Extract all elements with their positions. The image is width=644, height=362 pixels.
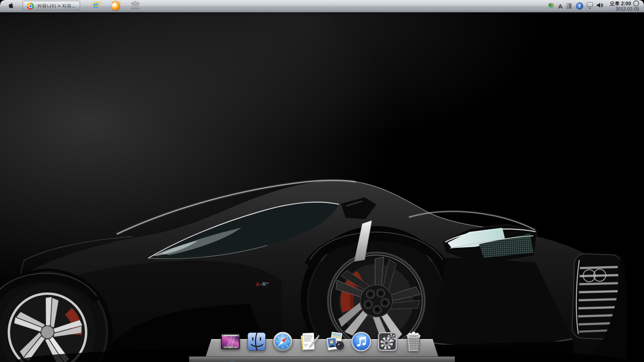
clock-date: 2012-02-03 xyxy=(615,6,639,12)
dock-shelf-base xyxy=(189,356,455,362)
taskbar-button-chrome[interactable]: 커뮤니티 > 자유... xyxy=(23,1,80,11)
chrome-icon xyxy=(27,3,34,10)
dock-item-preview[interactable] xyxy=(325,331,346,352)
dock-item-itunes[interactable] xyxy=(351,331,372,352)
volume-icon[interactable] xyxy=(597,2,604,10)
dock-item-trash[interactable] xyxy=(403,331,424,352)
desktop-screen: A-Ro 커뮤니티 > 자유... e xyxy=(0,0,644,362)
car-badge: A-Ro xyxy=(256,281,269,287)
apple-menu[interactable] xyxy=(5,0,17,12)
launcher-bank[interactable] xyxy=(130,1,140,11)
internet-explorer-icon: e xyxy=(91,0,101,12)
bank-icon xyxy=(130,1,140,11)
screen-corner-left xyxy=(0,0,4,4)
tray-clock[interactable]: 오후 2:00 2012-02-03 xyxy=(610,0,640,12)
dock-item-finder[interactable] xyxy=(246,331,267,352)
screen-corner-right xyxy=(640,0,644,4)
dock-item-desktop[interactable] xyxy=(220,331,241,352)
menubar: 커뮤니티 > 자유... e xyxy=(0,0,644,12)
itunes-icon xyxy=(351,331,372,352)
desktop-icon xyxy=(220,331,241,352)
apple-logo-icon xyxy=(8,2,14,11)
launcher-internet-explorer[interactable]: e xyxy=(91,0,101,12)
system-tray: A 漢 ? ▾ 오후 2:00 2012-02-03 xyxy=(548,0,644,12)
ring-icon xyxy=(633,0,639,6)
finder-icon xyxy=(246,331,267,352)
dock xyxy=(189,323,455,362)
car-badge-a: A xyxy=(256,282,260,287)
trash-icon xyxy=(403,331,424,352)
clock-time: 오후 2:00 xyxy=(610,1,632,6)
chevron-down-icon: ▾ xyxy=(589,7,590,10)
dock-item-textedit[interactable] xyxy=(299,331,320,352)
textedit-icon xyxy=(299,331,320,352)
language-bar-icon[interactable]: ▾ xyxy=(587,2,593,10)
preview-icon xyxy=(325,331,346,352)
ime-hanja-indicator[interactable]: 漢 xyxy=(566,2,572,10)
taskbar-button-label: 커뮤니티 > 자유... xyxy=(37,3,76,10)
dock-item-safari[interactable] xyxy=(272,331,293,352)
ime-mode-indicator[interactable]: A xyxy=(558,3,563,10)
car-badge-sup: o xyxy=(266,281,269,285)
car-badge-rest: -R xyxy=(260,282,266,287)
car-wallpaper-art xyxy=(0,0,644,362)
launcher-gom-player[interactable] xyxy=(111,2,120,10)
safari-icon xyxy=(272,331,293,352)
ime-globe-icon[interactable] xyxy=(548,2,555,10)
wallpaper: A-Ro xyxy=(0,0,644,362)
dock-icons xyxy=(220,331,424,352)
dock-item-system-preferences[interactable] xyxy=(377,331,398,352)
gom-player-icon xyxy=(111,2,120,10)
help-icon[interactable]: ? xyxy=(576,2,583,10)
system-preferences-icon xyxy=(377,331,398,352)
